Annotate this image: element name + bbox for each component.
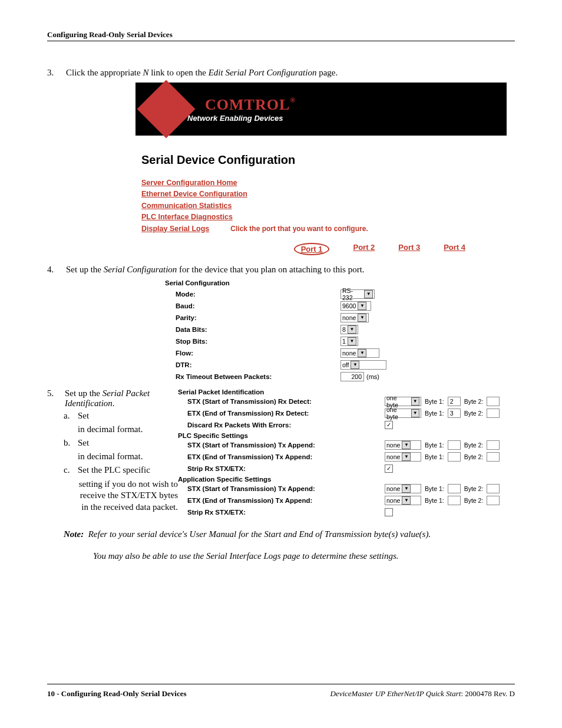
nav-ethernet-device-config[interactable]: Ethernet Device Configuration — [141, 189, 247, 200]
app-title: Serial Device Configuration — [141, 153, 501, 167]
plc-etx-byte2[interactable] — [487, 452, 500, 462]
pkt-section-1: Serial Packet Identification — [178, 388, 515, 396]
stx-rx-select[interactable]: one byte▼ — [385, 397, 421, 406]
etx-rx-label: ETX (End of Transmission) Rx Detect: — [178, 410, 385, 417]
dtr-select[interactable]: off▼ — [340, 360, 386, 370]
step-3-pre: Click the appropriate — [66, 68, 143, 77]
app-etx-byte2[interactable] — [487, 496, 500, 505]
note-line-2: You may also be able to use the Serial I… — [93, 548, 399, 564]
stop-bits-select[interactable]: 1▼ — [340, 337, 358, 346]
mode-label: Mode: — [165, 291, 340, 298]
pkt-section-2: PLC Specific Settings — [178, 432, 515, 439]
nav-plc-interface-diagnostics[interactable]: PLC Interface Diagnostics — [141, 212, 233, 223]
chevron-down-icon: ▼ — [402, 441, 411, 449]
step-3-page: Edit Serial Port Configuration — [209, 68, 317, 77]
chevron-down-icon: ▼ — [411, 397, 419, 406]
page-footer: 10 - Configuring Read-Only Serial Device… — [47, 684, 515, 699]
chevron-down-icon: ▼ — [358, 314, 366, 322]
baud-select[interactable]: 9600▼ — [340, 301, 371, 311]
plc-stx-byte2[interactable] — [487, 440, 500, 450]
chevron-down-icon: ▼ — [351, 361, 359, 369]
comtrol-logo-icon — [137, 80, 196, 139]
etx-rx-byte2[interactable] — [487, 409, 500, 418]
note-line-1: Refer to your serial device's User Manua… — [88, 529, 431, 539]
footer-right: DeviceMaster UP EtherNet/IP Quick Start:… — [330, 689, 515, 699]
step-3: 3. Click the appropriate N link to open … — [47, 68, 515, 78]
flow-select[interactable]: none▼ — [340, 348, 379, 358]
port-1-highlight: Port 1 — [294, 243, 330, 255]
app-stx-byte1[interactable] — [448, 484, 461, 493]
chevron-down-icon: ▼ — [358, 349, 366, 357]
data-bits-label: Data Bits: — [165, 326, 340, 333]
stx-rx-byte2[interactable] — [487, 397, 500, 406]
step-3-var: N — [143, 68, 148, 77]
port-1-link[interactable]: Port 1 — [301, 245, 323, 253]
baud-label: Baud: — [165, 302, 340, 309]
discard-label: Discard Rx Packets With Errors: — [178, 421, 385, 429]
app-strip-label: Strip Rx STX/ETX: — [178, 509, 385, 516]
chevron-down-icon: ▼ — [364, 290, 373, 298]
stop-bits-label: Stop Bits: — [165, 338, 340, 345]
discard-checkbox[interactable]: ✓ — [385, 421, 393, 429]
plc-stx-select[interactable]: none▼ — [385, 440, 421, 450]
plc-stx-byte1[interactable] — [448, 440, 461, 450]
data-bits-select[interactable]: 8▼ — [340, 325, 358, 334]
pkt-section-3: Application Specific Settings — [178, 476, 515, 483]
app-tagline: Network Enabling Devices — [187, 114, 296, 123]
nav-server-config-home[interactable]: Server Configuration Home — [141, 177, 237, 189]
step-4-pre: Set up the — [66, 265, 104, 274]
step-3-number: 3. — [47, 68, 66, 78]
etx-rx-select[interactable]: one byte▼ — [385, 409, 421, 418]
note-block: Note: Refer to your serial device's User… — [64, 526, 515, 564]
app-stx-label: STX (Start of Transmission) Tx Append: — [178, 485, 385, 492]
port-2-link[interactable]: Port 2 — [353, 243, 375, 255]
chevron-down-icon: ▼ — [402, 496, 411, 505]
chevron-down-icon: ▼ — [358, 302, 366, 310]
dtr-label: DTR: — [165, 361, 340, 368]
app-logo-text: COMTROL® Network Enabling Devices — [187, 96, 296, 123]
step-3-post: page. — [319, 68, 338, 77]
app-etx-label: ETX (End of Transmission) Tx Append: — [178, 497, 385, 504]
serial-packet-panel: Serial Packet Identification STX (Start … — [178, 388, 515, 518]
port-4-link[interactable]: Port 4 — [444, 243, 465, 255]
app-banner: COMTROL® Network Enabling Devices — [135, 83, 507, 136]
step-4-number: 4. — [47, 265, 66, 275]
step-5-text: 5. Set up the Serial Packet Identificati… — [47, 388, 178, 517]
serial-config-title: Serial Configuration — [165, 279, 513, 286]
step-4-em: Serial Configuration — [104, 265, 177, 274]
plc-stx-label: STX (Start of Transmission) Tx Append: — [178, 442, 385, 449]
app-etx-select[interactable]: none▼ — [385, 496, 421, 505]
note-label: Note: — [64, 529, 84, 539]
parity-select[interactable]: none▼ — [340, 313, 369, 322]
etx-rx-byte1[interactable]: 3 — [448, 409, 461, 418]
plc-etx-label: ETX (End of Transmission) Tx Append: — [178, 453, 385, 460]
port-3-link[interactable]: Port 3 — [398, 243, 420, 255]
app-etx-byte1[interactable] — [448, 496, 461, 505]
plc-strip-checkbox[interactable]: ✓ — [385, 465, 393, 473]
rx-timeout-unit: (ms) — [366, 373, 379, 380]
port-row: Port 1 Port 2 Port 3 Port 4 — [141, 243, 501, 255]
step-4-post: for the device that you plan on attachin… — [179, 265, 365, 274]
plc-etx-byte1[interactable] — [448, 452, 461, 462]
app-strip-checkbox[interactable] — [385, 508, 393, 516]
stx-rx-label: STX (Start of Transmission) Rx Detect: — [178, 398, 385, 405]
chevron-down-icon: ▼ — [402, 453, 411, 461]
rx-timeout-label: Rx Timeout Between Packets: — [165, 373, 340, 380]
mode-select[interactable]: RS-232▼ — [340, 289, 375, 299]
click-port-hint: Click the port that you want to configur… — [230, 225, 368, 233]
serial-config-panel: Serial Configuration Mode: RS-232▼ Baud:… — [165, 279, 513, 383]
app-stx-select[interactable]: none▼ — [385, 484, 421, 493]
parity-label: Parity: — [165, 314, 340, 321]
plc-etx-select[interactable]: none▼ — [385, 452, 421, 462]
chevron-down-icon: ▼ — [402, 485, 411, 493]
rx-timeout-input[interactable]: 200 — [340, 372, 364, 381]
chevron-down-icon: ▼ — [348, 325, 356, 334]
footer-left: 10 - Configuring Read-Only Serial Device… — [47, 689, 187, 699]
stx-rx-byte1[interactable]: 2 — [448, 397, 461, 406]
app-stx-byte2[interactable] — [487, 484, 500, 493]
header-title: Configuring Read-Only Serial Devices — [47, 30, 173, 39]
nav-communication-statistics[interactable]: Communication Statistics — [141, 200, 232, 212]
app-screenshot: COMTROL® Network Enabling Devices Serial… — [135, 83, 507, 255]
step-4: 4. Set up the Serial Configuration for t… — [47, 265, 515, 275]
nav-display-serial-logs[interactable]: Display Serial Logs — [141, 223, 209, 235]
